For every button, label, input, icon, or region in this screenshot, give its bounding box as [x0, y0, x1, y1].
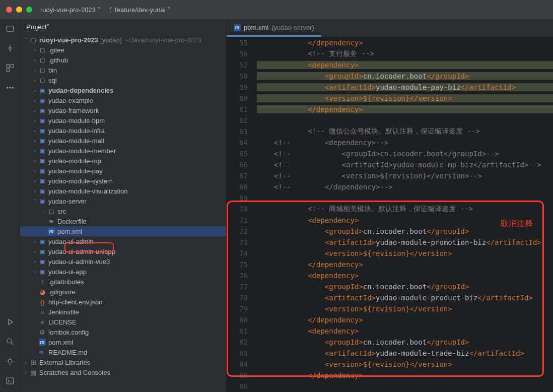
tree-item[interactable]: ⚙lombok.config [20, 327, 226, 337]
code-line[interactable]: 59 <artifactId>yudao-module-pay-biz</art… [227, 82, 553, 93]
tree-item[interactable]: ◕.gitignore [20, 287, 226, 297]
tree-item[interactable]: ›▢.gitee [20, 45, 226, 55]
tree-item[interactable]: ›▣yudao-module-mp [20, 156, 226, 166]
code-line[interactable]: 56 <!-- 支付服务 --> [227, 48, 553, 59]
code-line[interactable]: 63 <!-- 微信公众号模块。默认注释，保证编译速度 --> [227, 126, 553, 137]
chevron-icon[interactable]: › [31, 78, 38, 83]
code-line[interactable]: 68 <!-- </dependency>--> [227, 181, 553, 192]
chevron-icon[interactable]: › [31, 108, 38, 113]
tree-item[interactable]: ›▣yudao-module-bpm [20, 115, 226, 125]
chevron-icon[interactable]: › [31, 188, 38, 194]
code-line[interactable]: 81 <dependency> [227, 325, 553, 337]
tree-item[interactable]: ›▤Scratches and Consoles [20, 367, 226, 377]
window-minimize-button[interactable] [16, 7, 22, 13]
tree-item[interactable]: ›▣yudao-module-pay [20, 166, 226, 176]
code-line[interactable]: 57 <dependency> [227, 59, 553, 71]
code-line[interactable]: 83 <artifactId>yudao-module-trade-biz</a… [227, 348, 553, 359]
code-line[interactable]: 65 <!-- <groupId>cn.iocoder.boot</groupI… [227, 148, 553, 159]
tree-item[interactable]: ›⊞External Libraries [20, 357, 226, 367]
tree-item[interactable]: ≡.gitattributes [20, 277, 226, 287]
chevron-icon[interactable]: › [31, 47, 38, 53]
tree-item[interactable]: ˅▣yudao-server [20, 196, 226, 206]
tree-item[interactable]: ›▣yudao-module-system [20, 176, 226, 186]
terminal-tool-icon[interactable] [6, 376, 15, 387]
chevron-icon[interactable]: › [31, 148, 38, 154]
chevron-icon[interactable]: › [31, 98, 38, 103]
tree-item[interactable]: ›▢bin [20, 65, 226, 75]
window-maximize-button[interactable] [26, 7, 32, 13]
chevron-icon[interactable]: › [31, 88, 38, 93]
chevron-icon[interactable]: › [31, 118, 38, 123]
code-line[interactable]: 75 </dependency> [227, 259, 553, 270]
project-tree[interactable]: ˅ ▢ ruoyi-vue-pro-2023 [yudao] ~/Java/ru… [20, 35, 226, 392]
tree-item[interactable]: ›▣yudao-module-visualization [20, 186, 226, 196]
branch-selector[interactable]: ᚶ feature/dev-yunai ˅ [109, 6, 171, 14]
more-tool-icon[interactable] [6, 83, 15, 94]
window-close-button[interactable] [6, 7, 12, 13]
code-line[interactable]: 73 <artifactId>yudao-module-promotion-bi… [227, 237, 553, 248]
chevron-icon[interactable]: ˅ [31, 199, 38, 204]
sidebar-header[interactable]: Project ˅ [20, 19, 226, 35]
code-line[interactable]: 78 <artifactId>yudao-module-product-biz<… [227, 292, 553, 303]
chevron-icon[interactable]: › [31, 128, 38, 134]
code-line[interactable]: 70 <!-- 商城相关模块。默认注释，保证编译速度 --> [227, 204, 553, 215]
code-line[interactable]: 58 <groupId>cn.iocoder.boot</groupId> [227, 71, 553, 82]
project-tool-icon[interactable] [6, 24, 15, 35]
chevron-icon[interactable]: › [22, 360, 29, 365]
debug-tool-icon[interactable] [6, 357, 15, 367]
tree-item[interactable]: ›▣yudao-framework [20, 105, 226, 115]
code-line[interactable]: 80 </dependency> [227, 314, 553, 325]
code-line[interactable]: 64 <!-- <dependency>--> [227, 137, 553, 148]
chevron-icon[interactable]: › [31, 68, 38, 73]
editor-tab-active[interactable]: m pom.xml (yudao-server) [227, 20, 321, 37]
code-area[interactable]: 取消注释 55 </dependency>56 <!-- 支付服务 -->57 … [227, 37, 553, 392]
chevron-down-icon[interactable]: ˅ [22, 37, 29, 43]
code-line[interactable]: 79 <version>${revision}</version> [227, 303, 553, 314]
code-line[interactable]: 74 <version>${revision}</version> [227, 248, 553, 259]
tree-item[interactable]: mpom.xml [20, 226, 226, 236]
tree-item[interactable]: ›▣yudao-module-infra [20, 125, 226, 136]
chevron-icon[interactable]: › [31, 259, 38, 265]
project-selector[interactable]: ruoyi-vue-pro-2023 ˅ [40, 6, 101, 14]
chevron-icon[interactable]: › [22, 370, 29, 375]
chevron-icon[interactable]: › [40, 209, 47, 214]
chevron-icon[interactable]: › [31, 158, 38, 164]
tree-item[interactable]: ›▢sql [20, 75, 226, 85]
structure-tool-icon[interactable] [6, 63, 15, 74]
tree-item[interactable]: ›▣yudao-ui-admin [20, 236, 226, 246]
code-line[interactable]: 60 <version>${revision}</version> [227, 93, 553, 104]
code-line[interactable]: 66 <!-- <artifactId>yudao-module-mp-biz<… [227, 159, 553, 170]
code-line[interactable]: 77 <groupId>cn.iocoder.boot</groupId> [227, 281, 553, 292]
tree-root[interactable]: ˅ ▢ ruoyi-vue-pro-2023 [yudao] ~/Java/ru… [20, 35, 226, 45]
code-line[interactable]: 62 [227, 115, 553, 126]
tree-item[interactable]: ≡Dockerfile [20, 216, 226, 226]
tree-item[interactable]: ›▣yudao-module-member [20, 146, 226, 156]
chevron-icon[interactable]: › [31, 178, 38, 184]
code-line[interactable]: 76 <dependency> [227, 270, 553, 281]
tree-item[interactable]: ›▣yudao-example [20, 95, 226, 105]
tree-item[interactable]: mpom.xml [20, 337, 226, 347]
tree-item[interactable]: ›▣yudao-dependencies [20, 85, 226, 95]
chevron-icon[interactable]: › [31, 57, 38, 63]
code-line[interactable]: 86 [227, 381, 553, 392]
tree-item[interactable]: ›▣yudao-module-mall [20, 136, 226, 146]
tree-item[interactable]: ≡Jenkinsfile [20, 307, 226, 317]
code-line[interactable]: 55 </dependency> [227, 37, 553, 48]
tree-item[interactable]: ›▢src [20, 206, 226, 216]
chevron-icon[interactable]: › [31, 249, 38, 254]
code-line[interactable]: 84 <version>${revision}</version> [227, 359, 553, 370]
commit-tool-icon[interactable] [6, 44, 15, 54]
tree-item[interactable]: ›▢.github [20, 55, 226, 65]
tree-item[interactable]: ›▣yudao-ui-admin-vue3 [20, 256, 226, 267]
chevron-icon[interactable]: › [31, 138, 38, 144]
chevron-icon[interactable]: › [31, 168, 38, 174]
chevron-icon[interactable]: › [31, 239, 38, 244]
tree-item[interactable]: M↓README.md [20, 347, 226, 357]
chevron-icon[interactable]: › [31, 269, 38, 275]
run-tool-icon[interactable] [6, 317, 15, 328]
search-tool-icon[interactable] [6, 337, 15, 348]
tree-item[interactable]: ›▣yudao-ui-app [20, 267, 226, 277]
tree-item[interactable]: ≡LICENSE [20, 317, 226, 327]
code-line[interactable]: 61 </dependency> [227, 104, 553, 115]
code-line[interactable]: 82 <groupId>cn.iocoder.boot</groupId> [227, 337, 553, 348]
